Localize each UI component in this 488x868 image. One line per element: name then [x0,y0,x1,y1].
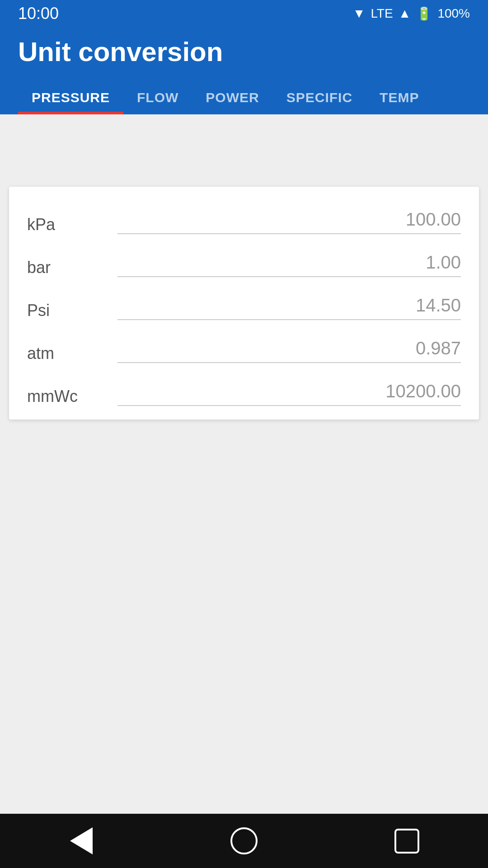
tab-flow[interactable]: FLOW [123,81,192,114]
header: Unit conversion PRESSURE FLOW POWER SPEC… [0,27,488,114]
status-bar: 10:00 ▼ LTE ▲ 🔋 100% [0,0,488,27]
unit-input-wrapper-atm [117,338,461,363]
tab-temp[interactable]: TEMP [366,81,432,114]
main-content: kPa bar Psi atm [0,114,488,814]
underline-mmwc [117,405,461,406]
status-icons: ▼ LTE ▲ 🔋 100% [353,6,470,21]
unit-input-bar[interactable] [117,252,461,276]
nav-home-button[interactable] [226,823,262,859]
tab-power[interactable]: POWER [192,81,272,114]
battery-label: 100% [437,6,470,21]
unit-label-mmwc: mmWc [27,387,117,406]
tab-specific[interactable]: SPECIFIC [273,81,366,114]
status-time: 10:00 [18,4,59,23]
conversion-row-atm: atm [27,325,461,368]
back-icon [70,827,93,854]
conversion-row-bar: bar [27,239,461,282]
unit-input-wrapper-kpa [117,209,461,234]
conversion-row-kpa: kPa [27,196,461,239]
conversion-card: kPa bar Psi atm [9,187,479,420]
conversion-row-psi: Psi [27,282,461,325]
battery-icon: 🔋 [416,6,432,21]
wifi-icon: ▼ [353,6,366,21]
unit-label-kpa: kPa [27,215,117,234]
app-title: Unit conversion [18,36,470,81]
underline-psi [117,319,461,320]
unit-input-wrapper-psi [117,295,461,320]
unit-input-wrapper-mmwc [117,381,461,406]
unit-input-kpa[interactable] [117,209,461,233]
nav-back-button[interactable] [63,823,99,859]
recents-icon [394,829,419,854]
underline-bar [117,276,461,277]
unit-label-bar: bar [27,258,117,277]
signal-icon: ▲ [399,6,411,21]
unit-input-wrapper-bar [117,252,461,277]
conversion-row-mmwc: mmWc [27,368,461,410]
home-icon [230,827,258,854]
tab-pressure[interactable]: PRESSURE [18,81,123,114]
nav-recents-button[interactable] [389,823,425,859]
unit-label-atm: atm [27,344,117,363]
underline-kpa [117,233,461,234]
unit-input-atm[interactable] [117,338,461,362]
lte-label: LTE [371,6,393,21]
tabs-container: PRESSURE FLOW POWER SPECIFIC TEMP [18,81,470,114]
unit-label-psi: Psi [27,301,117,320]
underline-atm [117,362,461,363]
unit-input-mmwc[interactable] [117,381,461,405]
nav-bar [0,814,488,868]
unit-input-psi[interactable] [117,295,461,319]
